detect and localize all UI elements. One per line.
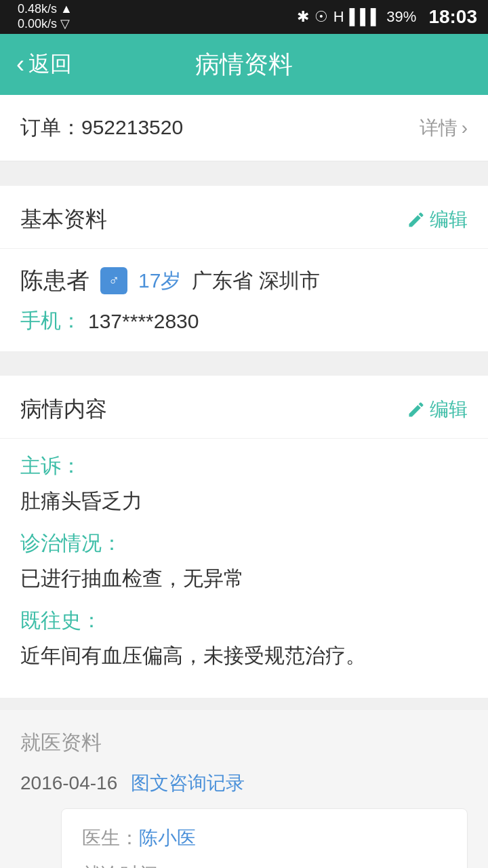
basic-info-edit-label: 编辑 bbox=[430, 207, 468, 233]
patient-name-row: 陈患者 ♂ 17岁 广东省 深圳市 bbox=[20, 265, 468, 296]
medical-content-title: 病情内容 bbox=[20, 395, 107, 425]
wifi-icon: ☉ bbox=[314, 8, 328, 26]
visit-time-row: 就诊时间： 2016-04-16 18:00 bbox=[82, 862, 447, 868]
patient-location: 广东省 深圳市 bbox=[192, 267, 319, 295]
diagnosis-text: 已进行抽血检查，无异常 bbox=[20, 563, 468, 593]
content-area: 订单：952213520 详情 › 基本资料 编辑 陈患者 ♂ 17岁 bbox=[0, 95, 488, 868]
phone-row: 手机： 137****2830 bbox=[20, 307, 468, 335]
patient-info: 陈患者 ♂ 17岁 广东省 深圳市 手机： 137****2830 bbox=[0, 249, 488, 351]
record-type[interactable]: 图文咨询记录 bbox=[131, 770, 245, 796]
divider-2 bbox=[0, 363, 488, 376]
medical-content-card: 病情内容 编辑 主诉： 肚痛头昏乏力 诊治情况： 已进行抽血检查，无异常 既往史… bbox=[0, 376, 488, 698]
medical-records-section: 就医资料 2016-04-16 图文咨询记录 医生： 陈小医 就诊时间： 201… bbox=[0, 710, 488, 868]
basic-info-edit-button[interactable]: 编辑 bbox=[407, 207, 468, 233]
phone-number: 137****2830 bbox=[88, 310, 199, 333]
battery-text: 39% bbox=[386, 8, 416, 26]
status-icons: ✱ ☉ H ▌▌▌ 39% 18:03 bbox=[297, 6, 477, 28]
top-nav: ‹ 返回 病情资料 bbox=[0, 34, 488, 95]
phone-label: 手机： bbox=[20, 307, 81, 335]
medical-content-edit-button[interactable]: 编辑 bbox=[407, 397, 468, 422]
order-chevron-icon: › bbox=[462, 117, 468, 139]
patient-name: 陈患者 bbox=[20, 265, 89, 296]
record-card-wrapper: 医生： 陈小医 就诊时间： 2016-04-16 18:00 结束时间： 暂无 bbox=[20, 808, 468, 868]
page-title: 病情资料 bbox=[195, 48, 293, 81]
medical-content-header: 病情内容 编辑 bbox=[0, 376, 488, 439]
diagnosis-label: 诊治情况： bbox=[20, 530, 468, 557]
status-bar: 0.48k/s ▲ 0.00k/s ▽ ✱ ☉ H ▌▌▌ 39% 18:03 bbox=[0, 0, 488, 34]
medical-content-body: 主诉： 肚痛头昏乏力 诊治情况： 已进行抽血检查，无异常 既往史： 近年间有血压… bbox=[0, 439, 488, 698]
doctor-row: 医生： 陈小医 bbox=[82, 825, 447, 851]
chief-complaint-label: 主诉： bbox=[20, 452, 468, 480]
gender-icon: ♂ bbox=[100, 267, 127, 294]
record-card: 医生： 陈小医 就诊时间： 2016-04-16 18:00 结束时间： 暂无 bbox=[61, 808, 468, 868]
basic-info-card: 基本资料 编辑 陈患者 ♂ 17岁 广东省 深圳市 手机： 137****283… bbox=[0, 186, 488, 351]
doctor-label: 医生： bbox=[82, 825, 139, 851]
records-section-title: 就医资料 bbox=[20, 729, 468, 757]
visit-time-label: 就诊时间： bbox=[82, 862, 177, 868]
history-text: 近年间有血压偏高，未接受规范治疗。 bbox=[20, 640, 468, 671]
visit-time: 2016-04-16 18:00 bbox=[177, 864, 327, 868]
edit-icon-2 bbox=[407, 400, 426, 419]
signal-icon: ▌▌▌ bbox=[350, 8, 382, 26]
network-speed: 0.48k/s ▲ 0.00k/s ▽ bbox=[18, 2, 73, 31]
history-label: 既往史： bbox=[20, 607, 468, 635]
record-date: 2016-04-16 bbox=[20, 772, 117, 794]
basic-info-title: 基本资料 bbox=[20, 205, 107, 235]
order-detail-link[interactable]: 详情 › bbox=[420, 115, 468, 141]
back-chevron-icon: ‹ bbox=[16, 50, 24, 79]
chief-complaint-text: 肚痛头昏乏力 bbox=[20, 486, 468, 516]
back-label: 返回 bbox=[28, 50, 72, 79]
patient-age: 17岁 bbox=[138, 267, 181, 295]
time-display: 18:03 bbox=[428, 6, 477, 28]
bluetooth-icon: ✱ bbox=[297, 8, 309, 26]
network-icon: H bbox=[333, 8, 344, 26]
divider-1 bbox=[0, 174, 488, 186]
doctor-name: 陈小医 bbox=[139, 825, 196, 851]
record-date-row: 2016-04-16 图文咨询记录 bbox=[20, 770, 468, 796]
order-number: 订单：952213520 bbox=[20, 114, 183, 142]
order-row[interactable]: 订单：952213520 详情 › bbox=[0, 95, 488, 161]
basic-info-header: 基本资料 编辑 bbox=[0, 186, 488, 249]
edit-icon bbox=[407, 210, 426, 229]
medical-content-edit-label: 编辑 bbox=[430, 397, 468, 422]
back-button[interactable]: ‹ 返回 bbox=[16, 50, 72, 79]
order-detail-label: 详情 bbox=[420, 115, 458, 141]
